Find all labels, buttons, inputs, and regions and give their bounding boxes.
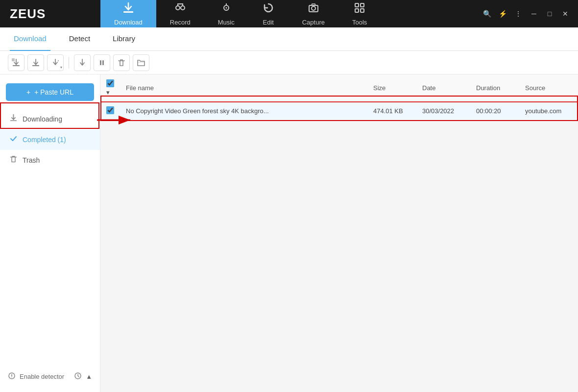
nav-label-music: Music: [218, 19, 235, 26]
minimize-btn[interactable]: ─: [527, 7, 541, 21]
trash-icon: [9, 155, 18, 166]
nav-item-record[interactable]: Record: [156, 0, 204, 27]
row-checkbox[interactable]: [106, 106, 114, 114]
table-area: ▾ File name Size Date Duration: [100, 74, 578, 392]
music-nav-icon: [220, 1, 233, 17]
paste-url-icon: +: [26, 88, 30, 96]
nav-item-edit[interactable]: Edit: [248, 0, 289, 27]
audio-download-btn[interactable]: ▾: [47, 54, 64, 71]
chevron-up-icon: ▲: [86, 373, 92, 380]
close-btn[interactable]: ✕: [558, 7, 572, 21]
nav-item-download[interactable]: Download: [100, 0, 156, 27]
top-bar: ZEUS Download Record: [0, 0, 578, 27]
col-header-checkbox: ▾: [100, 74, 120, 101]
svg-rect-16: [10, 121, 17, 122]
enable-detector[interactable]: Enable detector ▲: [0, 367, 100, 386]
tabs-row: Download Detect Library: [0, 27, 578, 51]
nav-items: Download Record Music: [100, 0, 480, 27]
select-all-checkbox[interactable]: [106, 79, 114, 87]
search-btn[interactable]: 🔍: [480, 7, 494, 21]
sidebar-item-downloading[interactable]: Downloading: [0, 109, 100, 129]
svg-rect-0: [123, 11, 133, 13]
row-date-cell: 30/03/2022: [416, 101, 470, 121]
table-header-row: ▾ File name Size Date Duration: [100, 74, 578, 101]
record-nav-icon: [174, 1, 187, 17]
add-to-queue-btn[interactable]: [8, 54, 24, 71]
col-header-duration: Duration: [470, 74, 519, 101]
open-folder-btn[interactable]: [133, 54, 149, 71]
nav-label-edit: Edit: [263, 19, 274, 26]
svg-rect-13: [32, 65, 39, 66]
svg-rect-8: [361, 3, 364, 7]
download-selected-btn[interactable]: [27, 54, 44, 71]
paste-url-button[interactable]: + + Paste URL: [6, 83, 94, 101]
sidebar: + + Paste URL Downloading: [0, 74, 100, 392]
completed-icon: [9, 134, 18, 145]
svg-rect-14: [100, 60, 101, 65]
pause-btn[interactable]: [94, 54, 110, 71]
tab-detect[interactable]: Detect: [65, 27, 94, 51]
nav-label-capture: Capture: [302, 19, 325, 26]
edit-nav-icon: [262, 1, 275, 17]
svg-rect-10: [361, 9, 364, 12]
nav-label-tools: Tools: [352, 19, 367, 26]
tab-library[interactable]: Library: [109, 27, 139, 51]
svg-point-2: [181, 6, 185, 10]
col-header-size: Size: [367, 74, 416, 101]
svg-rect-9: [355, 9, 359, 12]
nav-item-tools[interactable]: Tools: [338, 0, 381, 27]
row-size-cell: 474.01 KB: [367, 101, 416, 121]
col-header-date: Date: [416, 74, 470, 101]
sidebar-wrapper: + + Paste URL Downloading: [0, 74, 100, 392]
enable-detector-circle-icon: [8, 372, 16, 381]
nav-item-capture[interactable]: Capture: [289, 0, 338, 27]
paste-url-label: + Paste URL: [34, 88, 73, 96]
download-nav-icon: [122, 1, 135, 17]
row-checkbox-cell: [100, 101, 120, 121]
col-header-filename: File name: [120, 74, 367, 101]
svg-point-6: [312, 6, 315, 10]
sidebar-item-completed[interactable]: Completed (1): [0, 129, 100, 150]
sidebar-bottom: Enable detector ▲: [0, 367, 100, 392]
sidebar-item-trash[interactable]: Trash: [0, 150, 100, 171]
share-btn[interactable]: ⚡: [496, 7, 509, 21]
svg-rect-11: [13, 65, 20, 66]
svg-rect-12: [12, 58, 15, 61]
sidebar-top: + + Paste URL Downloading: [0, 79, 100, 171]
row-source-cell: youtube.com: [519, 101, 578, 121]
sidebar-trash-label: Trash: [23, 156, 40, 164]
svg-point-4: [225, 7, 227, 9]
tab-download[interactable]: Download: [10, 27, 50, 51]
window-controls: 🔍 ⚡ ⋮ ─ □ ✕: [480, 7, 578, 21]
svg-point-1: [176, 6, 180, 10]
time-icon: [74, 372, 82, 381]
tools-nav-icon: [353, 1, 366, 17]
logo-text: ZEUS: [10, 6, 46, 22]
main-content: + + Paste URL Downloading: [0, 74, 578, 392]
svg-rect-15: [102, 60, 104, 65]
file-table: ▾ File name Size Date Duration: [100, 74, 578, 121]
col-header-source: Source: [519, 74, 578, 101]
downloading-icon: [9, 114, 18, 124]
more-btn[interactable]: ⋮: [511, 7, 525, 21]
sidebar-downloading-label: Downloading: [23, 115, 62, 123]
nav-item-music[interactable]: Music: [204, 0, 248, 27]
nav-label-record: Record: [170, 19, 191, 26]
svg-point-18: [11, 377, 12, 377]
svg-rect-7: [355, 3, 359, 7]
toolbar-row: ▾: [0, 51, 578, 74]
enable-detector-label: Enable detector: [20, 373, 64, 380]
sidebar-completed-label: Completed (1): [23, 136, 66, 144]
capture-nav-icon: [307, 1, 320, 17]
toolbar-sep-1: [69, 57, 69, 69]
maximize-btn[interactable]: □: [543, 7, 556, 21]
table-row: No Copyright Video Green forest sky 4K b…: [100, 101, 578, 121]
save-btn[interactable]: [74, 54, 91, 71]
row-filename-cell: No Copyright Video Green forest sky 4K b…: [120, 101, 367, 121]
row-duration-cell: 00:00:20: [470, 101, 519, 121]
app-logo: ZEUS: [0, 0, 100, 27]
nav-label-download: Download: [114, 19, 143, 26]
delete-btn[interactable]: [113, 54, 130, 71]
